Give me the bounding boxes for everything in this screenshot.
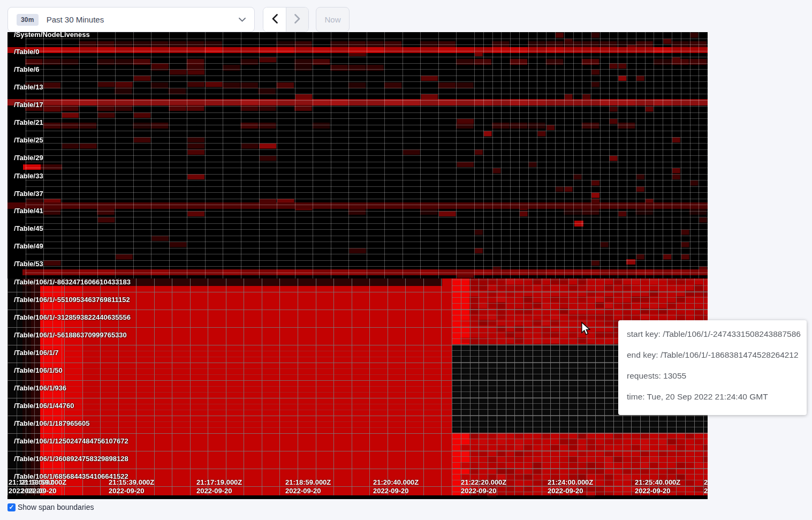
tooltip-line: end key: /Table/106/1/-18683814745282642… bbox=[627, 350, 798, 360]
key-visualizer-page: { "toolbar": { "range_badge": "30m", "ra… bbox=[0, 0, 812, 520]
checkbox-checked-icon[interactable]: ✓ bbox=[7, 503, 16, 511]
now-button[interactable]: Now bbox=[316, 7, 350, 32]
time-range-select[interactable]: 30m Past 30 Minutes bbox=[7, 7, 255, 32]
shift-back-button[interactable] bbox=[263, 7, 286, 32]
key-visualizer: /System/NodeLiveness/Table/0/Table/6/Tab… bbox=[7, 32, 708, 499]
show-span-boundaries-toggle[interactable]: ✓ Show span boundaries bbox=[7, 503, 94, 511]
hover-tooltip: start key: /Table/106/1/-247433150824388… bbox=[618, 320, 807, 415]
checkbox-label: Show span boundaries bbox=[18, 503, 94, 511]
chevron-right-icon bbox=[294, 14, 300, 25]
chevron-down-icon bbox=[239, 18, 246, 22]
heatmap-canvas[interactable] bbox=[7, 32, 708, 499]
time-toolbar: 30m Past 30 Minutes Now bbox=[7, 7, 350, 32]
range-label: Past 30 Minutes bbox=[47, 15, 104, 24]
heatmap-area[interactable]: /System/NodeLiveness/Table/0/Table/6/Tab… bbox=[7, 32, 708, 499]
range-badge: 30m bbox=[17, 14, 39, 26]
shift-forward-button[interactable] bbox=[286, 7, 308, 32]
tooltip-line: time: Tue, 20 Sep 2022 21:24:40 GMT bbox=[627, 392, 798, 402]
tooltip-line: start key: /Table/106/1/-247433150824388… bbox=[627, 329, 798, 339]
chevron-left-icon bbox=[272, 14, 278, 25]
time-shift-button-group bbox=[263, 7, 309, 32]
tooltip-line: requests: 13055 bbox=[627, 371, 798, 381]
